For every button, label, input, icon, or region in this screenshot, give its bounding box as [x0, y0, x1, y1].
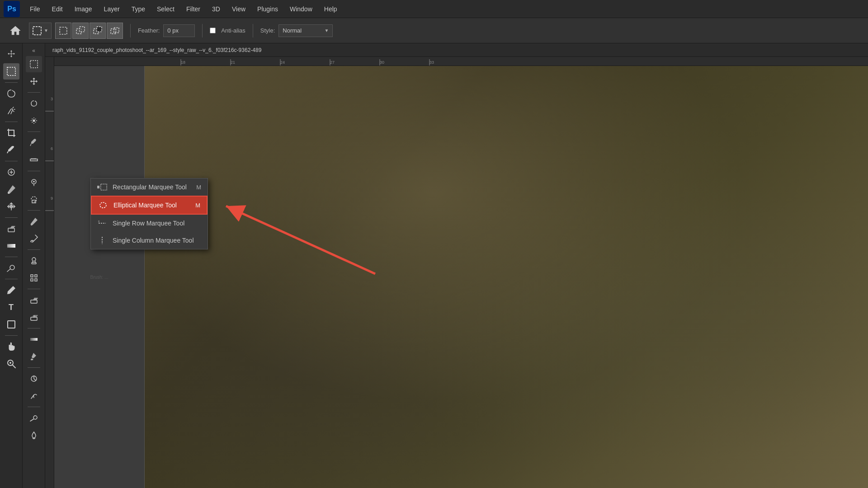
left-panel-area: Brush: ...: [54, 66, 145, 488]
subtool-brush[interactable]: [26, 213, 42, 230]
subtool-blur[interactable]: [26, 371, 42, 387]
svg-rect-8: [7, 67, 15, 75]
menu-help[interactable]: Help: [319, 0, 343, 18]
menu-type[interactable]: Type: [126, 0, 151, 18]
tool-text[interactable]: T: [3, 299, 19, 315]
collapse-panels-btn[interactable]: «: [26, 46, 42, 55]
home-button[interactable]: [5, 21, 25, 41]
style-label: Style:: [260, 27, 275, 34]
svg-rect-29: [30, 159, 38, 161]
subtool-burn[interactable]: [26, 427, 42, 443]
menu-image[interactable]: Image: [69, 0, 98, 18]
single-column-dropdown-icon: [97, 235, 107, 245]
horizontal-ruler: 18 21 24 27 30 33: [45, 57, 868, 66]
toolbar-separator-6: [5, 279, 18, 279]
svg-point-57: [100, 202, 106, 208]
tool-eraser[interactable]: [3, 221, 19, 237]
marquee-tool-selector[interactable]: ▼: [29, 23, 52, 39]
tool-gradient[interactable]: [3, 238, 19, 254]
ellipse-marquee-dropdown-icon: [98, 200, 108, 210]
menu-plugins[interactable]: Plugins: [252, 0, 283, 18]
feather-input[interactable]: [163, 24, 195, 37]
svg-point-14: [8, 192, 9, 194]
menu-window[interactable]: Window: [284, 0, 318, 18]
subtool-lasso[interactable]: [26, 95, 42, 112]
canvas-viewport[interactable]: 18 21 24 27 30 33: [45, 57, 868, 488]
subtool-move[interactable]: [26, 73, 42, 89]
canvas-title: raph_vids_91192_couple_photoshoot_--ar_1…: [52, 47, 261, 53]
subtool-stamp[interactable]: [26, 253, 42, 269]
subtool-ruler[interactable]: [26, 152, 42, 168]
tool-quick-select[interactable]: [3, 103, 19, 119]
dropdown-elliptical-marquee[interactable]: Elliptical Marquee Tool M: [91, 196, 208, 215]
rect-marquee-label: Rectangular Marquee Tool: [113, 183, 191, 191]
tool-pen[interactable]: [3, 282, 19, 298]
subtoolbar-sep-7: [28, 328, 40, 328]
subtoolbar-sep-5: [28, 249, 40, 250]
subtool-magic-wand[interactable]: [26, 113, 42, 129]
dropdown-rectangular-marquee[interactable]: Rectangular Marquee Tool M: [91, 178, 208, 196]
panel-hint: Brush: ...: [90, 275, 108, 280]
svg-point-27: [33, 120, 35, 122]
subtool-rect-marquee[interactable]: [26, 56, 42, 72]
subtool-mixer-brush[interactable]: [26, 230, 42, 247]
subtool-gradient[interactable]: [26, 331, 42, 347]
subtoolbar-sep-4: [28, 210, 40, 211]
tool-move[interactable]: [3, 46, 19, 62]
toolbar-separator-5: [5, 257, 18, 257]
tool-zoom[interactable]: [3, 356, 19, 372]
svg-rect-40: [31, 300, 37, 303]
marquee-tool-dropdown: Rectangular Marquee Tool M Elliptical Ma…: [90, 178, 208, 249]
subtool-pattern-stamp[interactable]: [26, 270, 42, 286]
menu-edit[interactable]: Edit: [47, 0, 68, 18]
tool-clone[interactable]: [3, 198, 19, 215]
dropdown-single-row-marquee[interactable]: ≡ Single Row Marquee Tool: [91, 215, 208, 232]
tool-hand[interactable]: [3, 338, 19, 355]
tool-crop[interactable]: [3, 125, 19, 141]
subtool-patch[interactable]: [26, 191, 42, 207]
subtool-spot-heal[interactable]: [26, 174, 42, 190]
ruler-v-6: 6: [51, 146, 53, 151]
subtool-eyedropper[interactable]: [26, 135, 42, 151]
menu-3d[interactable]: 3D: [207, 0, 226, 18]
tool-eyedropper[interactable]: [3, 142, 19, 158]
menu-select[interactable]: Select: [151, 0, 180, 18]
menu-view[interactable]: View: [226, 0, 251, 18]
dropdown-single-column-marquee[interactable]: Single Column Marquee Tool: [91, 232, 208, 249]
ruler-h-content: 18 21 24 27 30 33: [145, 57, 868, 66]
svg-line-10: [7, 151, 8, 153]
subtoolbar-sep-3: [28, 171, 40, 171]
canvas-area: raph_vids_91192_couple_photoshoot_--ar_1…: [45, 43, 868, 488]
tool-lasso[interactable]: [3, 85, 19, 102]
menu-filter[interactable]: Filter: [181, 0, 206, 18]
new-selection-btn[interactable]: [55, 23, 71, 39]
left-toolbar: T: [0, 43, 23, 488]
tool-shape[interactable]: [3, 316, 19, 333]
add-to-selection-btn[interactable]: [72, 23, 89, 39]
antialias-checkbox[interactable]: [210, 28, 216, 33]
subtool-smudge[interactable]: [26, 388, 42, 404]
single-row-dropdown-icon: ≡: [97, 218, 107, 228]
antialias-label: Anti-alias: [221, 27, 245, 34]
canvas-image[interactable]: [145, 66, 868, 488]
tool-heal[interactable]: [3, 164, 19, 180]
svg-line-46: [30, 419, 34, 421]
svg-rect-9: [9, 130, 14, 136]
subtool-bg-eraser[interactable]: [26, 309, 42, 325]
svg-rect-56: [101, 184, 107, 190]
subtool-paint-bucket[interactable]: [26, 348, 42, 365]
style-dropdown[interactable]: Normal ▼: [278, 24, 333, 37]
style-dropdown-arrow: ▼: [324, 28, 329, 33]
menu-layer[interactable]: Layer: [99, 0, 125, 18]
tool-marquee[interactable]: [3, 63, 19, 80]
intersect-selection-btn[interactable]: [107, 23, 123, 39]
tool-brush[interactable]: [3, 181, 19, 197]
subtool-dodge[interactable]: [26, 410, 42, 426]
svg-rect-5: [97, 27, 102, 32]
subtoolbar-sep-9: [28, 407, 40, 407]
svg-rect-43: [30, 338, 38, 341]
subtract-from-selection-btn[interactable]: [90, 23, 106, 39]
tool-dodge[interactable]: [3, 260, 19, 276]
menu-file[interactable]: File: [24, 0, 46, 18]
subtool-eraser[interactable]: [26, 292, 42, 308]
